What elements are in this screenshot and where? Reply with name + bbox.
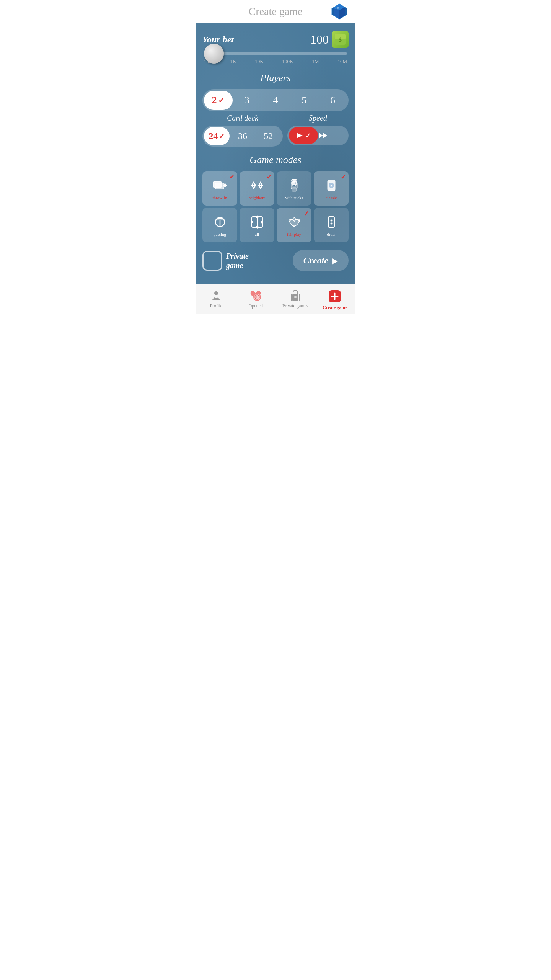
mode-classic[interactable]: ✓ ♠ classic [314, 171, 349, 206]
nav-private-games[interactable]: Private games [276, 288, 315, 312]
page-title: Create game [249, 5, 303, 18]
player-option-3[interactable]: 3 [233, 91, 261, 110]
deck-section: Card deck 24✓ 36 52 [202, 114, 283, 147]
bottom-navigation: Profile Opened Private games [196, 284, 355, 314]
gem-icon [330, 2, 349, 21]
game-modes-grid-row2: passing all ✓ [202, 208, 349, 242]
speed-section: Speed ✓ [287, 114, 349, 145]
all-label: all [255, 232, 259, 237]
draw-label: draw [327, 232, 336, 237]
mode-passing[interactable]: passing [202, 208, 237, 242]
svg-point-39 [330, 220, 332, 222]
speed-fast[interactable] [318, 128, 347, 143]
private-games-icon [289, 289, 302, 302]
nav-create-game[interactable]: Create game [315, 288, 355, 312]
svg-marker-12 [323, 133, 327, 138]
players-selector: 2✓ 3 4 5 6 [202, 89, 349, 111]
svg-marker-11 [319, 133, 323, 138]
throw-in-checkmark: ✓ [229, 173, 235, 181]
nav-opened-label: Opened [249, 303, 263, 309]
deck-label: Card deck [202, 114, 283, 122]
bet-slider[interactable]: 100 1K 10K 100K 1M 10M [202, 52, 349, 65]
private-game-area: Privategame [202, 251, 287, 271]
nav-opened[interactable]: Opened [236, 288, 276, 312]
mode-draw[interactable]: draw [314, 208, 349, 242]
deck-speed-row: Card deck 24✓ 36 52 Speed ✓ [202, 114, 349, 147]
svg-text:♠: ♠ [330, 183, 333, 188]
create-game-icon [328, 289, 342, 303]
slider-labels: 100 1K 10K 100K 1M 10M [204, 59, 347, 65]
speed-normal[interactable]: ✓ [289, 127, 318, 144]
players-section: Players 2✓ 3 4 5 6 [202, 72, 349, 111]
create-button-label: Create [303, 255, 328, 266]
mode-all[interactable]: all [240, 208, 274, 242]
svg-rect-38 [328, 217, 334, 227]
nav-profile-label: Profile [210, 303, 222, 309]
game-modes-section: Game modes ✓ throw-in ✓ [202, 154, 349, 242]
slider-thumb[interactable] [204, 44, 224, 64]
svg-point-46 [294, 296, 297, 298]
player-option-6[interactable]: 6 [318, 91, 347, 110]
throw-in-label: throw-in [213, 195, 227, 200]
nav-create-game-label: Create game [323, 305, 347, 310]
mode-neighbors[interactable]: ✓ neighbors [240, 171, 274, 206]
slider-label-1k: 1K [230, 59, 236, 65]
game-modes-title: Game modes [202, 154, 349, 166]
slider-track [204, 52, 347, 55]
main-content: Your bet 100 $ 100 1K [196, 23, 355, 284]
player-option-5[interactable]: 5 [290, 91, 318, 110]
player-option-2[interactable]: 2✓ [204, 91, 233, 110]
mode-fair-play[interactable]: ✓ fair play [277, 208, 311, 242]
svg-point-44 [255, 296, 257, 298]
speed-checkmark: ✓ [305, 131, 311, 140]
speed-selector: ✓ [287, 126, 349, 145]
bet-label: Your bet [202, 34, 234, 45]
create-button-arrow: ▶ [332, 256, 338, 265]
deck-option-36[interactable]: 36 [230, 127, 255, 145]
checkmark-2: ✓ [218, 96, 225, 105]
opened-icon [249, 289, 262, 302]
private-game-label: Privategame [226, 252, 249, 270]
neighbors-label: neighbors [249, 195, 265, 200]
classic-checkmark: ✓ [341, 173, 346, 181]
deck-option-24[interactable]: 24✓ [204, 127, 230, 145]
with-tricks-label: with tricks [285, 195, 303, 200]
svg-rect-14 [215, 183, 224, 189]
svg-point-41 [214, 291, 218, 295]
svg-marker-20 [259, 185, 262, 188]
svg-rect-26 [292, 188, 297, 191]
player-option-4[interactable]: 4 [261, 91, 290, 110]
svg-point-25 [295, 183, 296, 184]
players-title: Players [202, 72, 349, 84]
bottom-action-row: Privategame Create ▶ [202, 250, 349, 271]
deck-selector: 24✓ 36 52 [202, 126, 283, 147]
mode-with-tricks[interactable]: with tricks [277, 171, 311, 206]
speed-label: Speed [287, 114, 349, 122]
neighbors-checkmark: ✓ [266, 173, 272, 181]
mode-throw-in[interactable]: ✓ throw-in [202, 171, 237, 206]
nav-profile[interactable]: Profile [196, 288, 236, 312]
header: Create game [196, 0, 355, 23]
coin-icon: $ [332, 31, 349, 48]
fair-play-checkmark: ✓ [303, 209, 309, 218]
slider-label-100k: 100K [282, 59, 293, 65]
nav-private-games-label: Private games [282, 303, 308, 309]
slider-label-10m: 10M [337, 59, 347, 65]
bet-amount: 100 [310, 33, 329, 47]
fair-play-label: fair play [287, 232, 301, 237]
deck-option-52[interactable]: 52 [256, 127, 281, 145]
slider-label-10k: 10K [255, 59, 263, 65]
svg-marker-18 [252, 185, 256, 188]
passing-label: passing [214, 232, 226, 237]
svg-marker-10 [297, 133, 303, 138]
game-modes-grid-row1: ✓ throw-in ✓ neighbors [202, 171, 349, 206]
profile-icon [210, 289, 222, 302]
create-button[interactable]: Create ▶ [293, 250, 349, 271]
svg-point-24 [292, 183, 293, 184]
svg-point-40 [330, 223, 332, 225]
svg-text:$: $ [339, 36, 342, 43]
svg-point-6 [337, 7, 339, 9]
classic-label: classic [326, 195, 337, 200]
checkmark-24: ✓ [218, 132, 225, 141]
private-game-checkbox[interactable] [202, 251, 222, 271]
